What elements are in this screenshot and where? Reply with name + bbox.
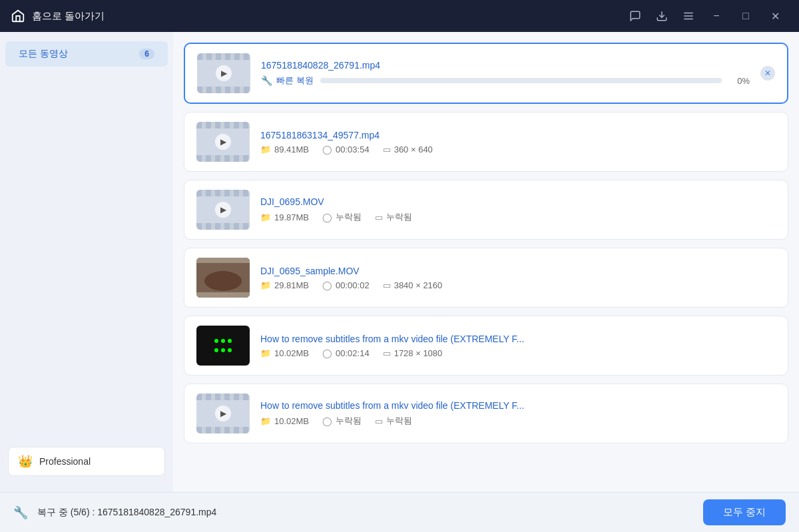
video-meta-6: 📁 10.02MB ◯ 누락됨 ▭ 누락됨: [260, 415, 776, 427]
menu-icon-button[interactable]: [676, 5, 700, 27]
film-strip-top-2: [196, 122, 250, 129]
display-icon-5: ▭: [383, 348, 391, 358]
mkv-dot-3: [228, 339, 232, 343]
download-icon-button[interactable]: [650, 5, 674, 27]
film-strip-bottom: [197, 87, 250, 93]
meta-resolution-2: ▭ 360 × 640: [383, 144, 433, 154]
clock-icon-3: ◯: [322, 212, 332, 222]
crown-icon: 👑: [18, 454, 33, 469]
video-info-6: How to remove subtitles from a mkv video…: [260, 400, 776, 427]
film-strip-top: [197, 53, 250, 60]
sidebar-item-all-videos[interactable]: 모든 동영상 6: [5, 41, 168, 67]
video-name-6: How to remove subtitles from a mkv video…: [260, 400, 776, 411]
video-info-2: 1675181863134_49577.mp4 📁 89.41MB ◯ 00:0…: [260, 130, 776, 154]
video-info-5: How to remove subtitles from a mkv video…: [260, 334, 776, 358]
status-wrench-icon: 🔧: [13, 505, 28, 520]
mkv-dot-2: [221, 339, 225, 343]
folder-icon-2: 📁: [260, 144, 271, 154]
meta-size-3: 📁 19.87MB: [260, 212, 309, 222]
video-name-5: How to remove subtitles from a mkv video…: [260, 334, 776, 344]
maximize-button[interactable]: □: [732, 5, 759, 27]
video-thumbnail-3: ▶: [196, 190, 250, 230]
film-strip-bottom-6: [196, 427, 250, 433]
sidebar-bottom: 👑 Professional: [0, 439, 173, 484]
video-meta-4: 📁 29.81MB ◯ 00:00:02 ▭ 3840 × 2160: [260, 280, 776, 290]
display-icon-2: ▭: [383, 144, 391, 154]
play-button-3[interactable]: ▶: [215, 202, 231, 218]
wrench-icon-1: 🔧: [261, 75, 272, 86]
video-name-2: 1675181863134_49577.mp4: [260, 130, 776, 140]
video-thumbnail-6: ▶: [196, 394, 250, 433]
professional-label: Professional: [39, 456, 91, 467]
video-name-3: DJI_0695.MOV: [260, 196, 776, 207]
meta-size-5: 📁 10.02MB: [260, 348, 309, 358]
clock-icon-2: ◯: [322, 144, 332, 154]
sidebar-item-label: 모든 동영상: [19, 48, 68, 60]
progress-bar-1: [320, 78, 722, 83]
clock-icon-5: ◯: [322, 348, 332, 358]
sidebar-item-count: 6: [139, 49, 154, 59]
film-strip-top-3: [196, 190, 250, 196]
meta-resolution-5: ▭ 1728 × 1080: [383, 348, 443, 358]
meta-duration-5: ◯ 00:02:14: [322, 348, 370, 358]
progress-percent-1: 0%: [728, 76, 750, 86]
video-card-3: ▶ DJI_0695.MOV 📁 19.87MB ◯ 누락됨 ▭: [184, 180, 788, 240]
play-button-1[interactable]: ▶: [216, 65, 232, 81]
video-thumbnail-2: ▶: [196, 122, 250, 162]
mkv-dot-6: [228, 348, 232, 352]
repair-section-1: 🔧 빠른 복원 0%: [261, 75, 750, 87]
folder-icon-4: 📁: [260, 280, 271, 290]
film-strip-top-6: [196, 394, 250, 400]
folder-icon-3: 📁: [260, 212, 271, 222]
folder-icon-5: 📁: [260, 348, 271, 358]
video-list: ▶ 1675181840828_26791.mp4 🔧 빠른 복원 0% ✕: [173, 32, 799, 492]
stop-all-button[interactable]: 모두 중지: [703, 499, 786, 525]
titlebar-left: 홈으로 돌아가기: [11, 9, 105, 23]
video-meta-3: 📁 19.87MB ◯ 누락됨 ▭ 누락됨: [260, 211, 776, 223]
video-card-4: DJI_0695_sample.MOV 📁 29.81MB ◯ 00:00:02…: [184, 248, 788, 308]
meta-duration-3: ◯ 누락됨: [322, 211, 362, 223]
film-strip-bottom-3: [196, 223, 250, 230]
mkv-dot-1: [214, 339, 218, 343]
mkv-dots: [214, 339, 232, 343]
meta-size-2: 📁 89.41MB: [260, 144, 309, 154]
chat-icon-button[interactable]: [623, 5, 647, 27]
video-thumbnail-5: [196, 326, 250, 366]
video-info-4: DJI_0695_sample.MOV 📁 29.81MB ◯ 00:00:02…: [260, 266, 776, 290]
video-name-1: 1675181840828_26791.mp4: [261, 60, 750, 71]
close-button[interactable]: ✕: [762, 5, 788, 27]
play-button-6[interactable]: ▶: [215, 405, 231, 421]
clock-icon-4: ◯: [322, 280, 332, 290]
video-card-5: How to remove subtitles from a mkv video…: [184, 316, 788, 376]
video-thumbnail-4: [196, 258, 250, 298]
main-content: 모든 동영상 6 👑 Professional ▶ 1675181840828_…: [0, 32, 799, 492]
titlebar: 홈으로 돌아가기 − □ ✕: [0, 0, 799, 32]
display-icon-4: ▭: [383, 280, 391, 290]
mkv-dots-row2: [214, 348, 232, 352]
display-icon-6: ▭: [375, 416, 383, 426]
meta-size-6: 📁 10.02MB: [260, 416, 309, 426]
meta-duration-2: ◯ 00:03:54: [322, 144, 370, 154]
display-icon-3: ▭: [375, 212, 383, 222]
meta-duration-6: ◯ 누락됨: [322, 415, 362, 427]
video-info-3: DJI_0695.MOV 📁 19.87MB ◯ 누락됨 ▭ 누락됨: [260, 196, 776, 223]
minimize-button[interactable]: −: [703, 5, 730, 27]
meta-resolution-6: ▭ 누락됨: [375, 415, 412, 427]
video-card-6: ▶ How to remove subtitles from a mkv vid…: [184, 384, 788, 443]
play-button-2[interactable]: ▶: [215, 134, 231, 150]
clock-icon-6: ◯: [322, 416, 332, 426]
mkv-dot-4: [214, 348, 218, 352]
titlebar-home-label: 홈으로 돌아가기: [32, 10, 105, 23]
folder-icon-6: 📁: [260, 416, 271, 426]
home-icon: [11, 9, 25, 23]
video-meta-5: 📁 10.02MB ◯ 00:02:14 ▭ 1728 × 1080: [260, 348, 776, 358]
repair-label-1: 🔧 빠른 복원: [261, 75, 314, 87]
video-name-4: DJI_0695_sample.MOV: [260, 266, 776, 276]
meta-size-4: 📁 29.81MB: [260, 280, 309, 290]
mkv-dot-5: [221, 348, 225, 352]
meta-resolution-4: ▭ 3840 × 2160: [383, 280, 443, 290]
professional-button[interactable]: 👑 Professional: [8, 447, 165, 476]
video-card-1: ▶ 1675181840828_26791.mp4 🔧 빠른 복원 0% ✕: [184, 43, 788, 104]
close-card-1[interactable]: ✕: [760, 66, 775, 81]
video-card-2: ▶ 1675181863134_49577.mp4 📁 89.41MB ◯ 00…: [184, 112, 788, 172]
